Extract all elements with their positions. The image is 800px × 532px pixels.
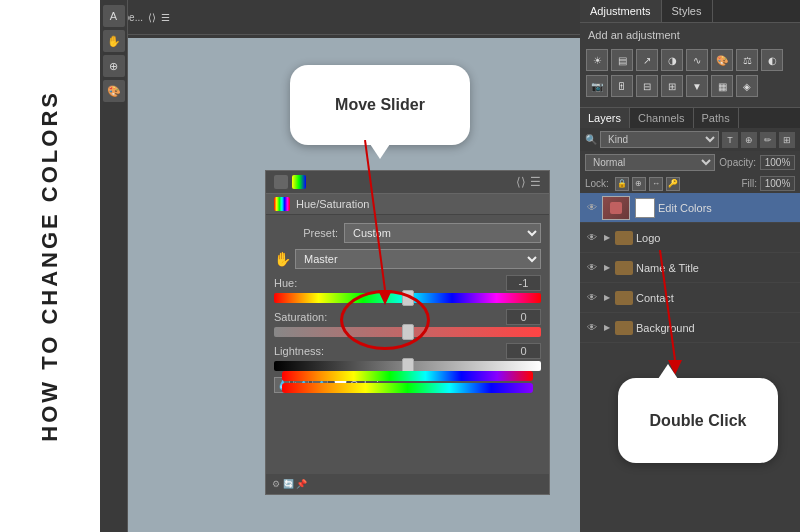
adj-icon-hue[interactable]: 🎨 (711, 49, 733, 71)
layer-expand-5[interactable]: ▶ (602, 323, 612, 333)
layer-name-edit-colors: Edit Colors (658, 202, 795, 214)
adj-icon-posterize[interactable]: ⊞ (661, 75, 683, 97)
tab-adjustments[interactable]: Adjustments (580, 0, 662, 22)
layer-name-background: Background (636, 322, 795, 334)
hue-panel-title: Hue/Saturation (296, 198, 369, 210)
add-adjustment-header: Add an adjustment (580, 23, 800, 47)
layer-logo[interactable]: 👁 ▶ Logo (580, 223, 800, 253)
layer-contact[interactable]: 👁 ▶ Contact (580, 283, 800, 313)
adj-icon-channel[interactable]: 🎚 (611, 75, 633, 97)
tool-color[interactable]: 🎨 (103, 80, 125, 102)
lock-btn-1[interactable]: 🔒 (615, 177, 629, 191)
adj-icon-vibrance[interactable]: ∿ (686, 49, 708, 71)
light-label: Lightness: (274, 345, 324, 357)
layer-expand-2[interactable]: ▶ (602, 233, 612, 243)
light-value-input[interactable] (506, 343, 541, 359)
panel-controls: ⟨⟩ ☰ (516, 175, 541, 189)
layer-name-title[interactable]: 👁 ▶ Name & Title (580, 253, 800, 283)
layer-folder-logo (615, 231, 633, 245)
layers-tabs: Layers Channels Paths (580, 108, 800, 128)
panel-color-icon (292, 175, 306, 189)
lightness-slider-section: Lightness: (274, 343, 541, 371)
adj-icon-colorbal[interactable]: ⚖ (736, 49, 758, 71)
rainbow-bar-bottom (282, 383, 533, 393)
layers-icon-2[interactable]: ⊕ (741, 132, 757, 148)
preset-select[interactable]: Custom Default (344, 223, 541, 243)
tab-paths[interactable]: Paths (694, 108, 739, 128)
panel-bottom-bar: ⚙ 🔄 📌 (266, 474, 549, 494)
adj-icon-brightness[interactable]: ☀ (586, 49, 608, 71)
lock-btn-4[interactable]: 🔑 (666, 177, 680, 191)
top-menu-bar: Prope... ⟨⟩ ☰ (100, 0, 580, 35)
lock-row: Lock: 🔒 ⊕ ↔ 🔑 Fill: (580, 174, 800, 193)
adj-icon-levels[interactable]: ▤ (611, 49, 633, 71)
opacity-input[interactable] (760, 155, 795, 170)
preset-label: Preset: (274, 227, 344, 239)
light-track[interactable] (274, 361, 541, 371)
kind-select[interactable]: Kind (600, 131, 719, 148)
hand-icon: ✋ (274, 251, 291, 267)
adj-icon-selective[interactable]: ◈ (736, 75, 758, 97)
adj-icon-photo[interactable]: 📷 (586, 75, 608, 97)
adj-icon-threshold[interactable]: ▼ (686, 75, 708, 97)
layer-eye-1[interactable]: 👁 (585, 201, 599, 215)
kind-icon: 🔍 (585, 134, 597, 145)
layer-eye-3[interactable]: 👁 (585, 261, 599, 275)
tool-pan[interactable]: ⊕ (103, 55, 125, 77)
layers-icon-1[interactable]: T (722, 132, 738, 148)
saturation-slider-section: Saturation: (274, 309, 541, 337)
fill-label: Fill: (741, 178, 757, 189)
hue-label: Hue: (274, 277, 297, 289)
hue-thumb[interactable] (402, 290, 414, 306)
move-slider-text: Move Slider (335, 96, 425, 114)
panel-menu-icon[interactable]: ☰ (530, 175, 541, 189)
adj-icon-invert[interactable]: ⊟ (636, 75, 658, 97)
layer-expand-4[interactable]: ▶ (602, 293, 612, 303)
layer-thumb-edit-colors (602, 196, 630, 220)
light-label-row: Lightness: (274, 343, 541, 359)
adj-icon-bw[interactable]: ◐ (761, 49, 783, 71)
layer-eye-2[interactable]: 👁 (585, 231, 599, 245)
tab-layers[interactable]: Layers (580, 108, 630, 128)
tab-styles[interactable]: Styles (662, 0, 713, 22)
left-sidebar: HOW TO CHANGE COLORS (0, 0, 100, 532)
layers-panel: Layers Channels Paths 🔍 Kind T ⊕ ✏ ⊞ Nor… (580, 107, 800, 343)
channel-row: ✋ Master Reds Yellows Greens Cyans Blues… (274, 249, 541, 269)
hue-color-swatch (274, 197, 290, 211)
lock-btn-2[interactable]: ⊕ (632, 177, 646, 191)
panel-header: ⟨⟩ ☰ (266, 171, 549, 194)
layers-icon-3[interactable]: ✏ (760, 132, 776, 148)
opacity-label: Opacity: (719, 157, 756, 168)
top-bar-menu: ☰ (161, 12, 170, 23)
layers-icon-4[interactable]: ⊞ (779, 132, 795, 148)
lock-btn-3[interactable]: ↔ (649, 177, 663, 191)
sat-thumb[interactable] (402, 324, 414, 340)
layer-folder-contact (615, 291, 633, 305)
adj-icon-curves[interactable]: ↗ (636, 49, 658, 71)
hue-slider-section: Hue: (274, 275, 541, 303)
layer-expand-3[interactable]: ▶ (602, 263, 612, 273)
fill-input[interactable] (760, 176, 795, 191)
tool-hand[interactable]: ✋ (103, 30, 125, 52)
hue-value-input[interactable] (506, 275, 541, 291)
tool-a[interactable]: A (103, 5, 125, 27)
blend-select[interactable]: Normal Multiply Screen (585, 154, 715, 171)
adj-icon-gradient[interactable]: ▦ (711, 75, 733, 97)
adj-icon-exposure[interactable]: ◑ (661, 49, 683, 71)
panel-body: Preset: Custom Default ✋ Master Reds Yel… (266, 215, 549, 409)
hue-track[interactable] (274, 293, 541, 303)
layer-eye-4[interactable]: 👁 (585, 291, 599, 305)
tab-channels[interactable]: Channels (630, 108, 693, 128)
layer-background[interactable]: 👁 ▶ Background (580, 313, 800, 343)
double-click-text: Double Click (650, 412, 747, 430)
layer-eye-5[interactable]: 👁 (585, 321, 599, 335)
sat-track[interactable] (274, 327, 541, 337)
channel-select[interactable]: Master Reds Yellows Greens Cyans Blues M… (295, 249, 541, 269)
preset-row: Preset: Custom Default (274, 223, 541, 243)
layer-name-contact: Contact (636, 292, 795, 304)
sat-value-input[interactable] (506, 309, 541, 325)
panel-bottom-icons: ⚙ 🔄 📌 (272, 479, 307, 489)
layer-edit-colors[interactable]: 👁 Edit Colors (580, 193, 800, 223)
layer-folder-name-title (615, 261, 633, 275)
panel-prev-icon[interactable]: ⟨⟩ (516, 175, 526, 189)
